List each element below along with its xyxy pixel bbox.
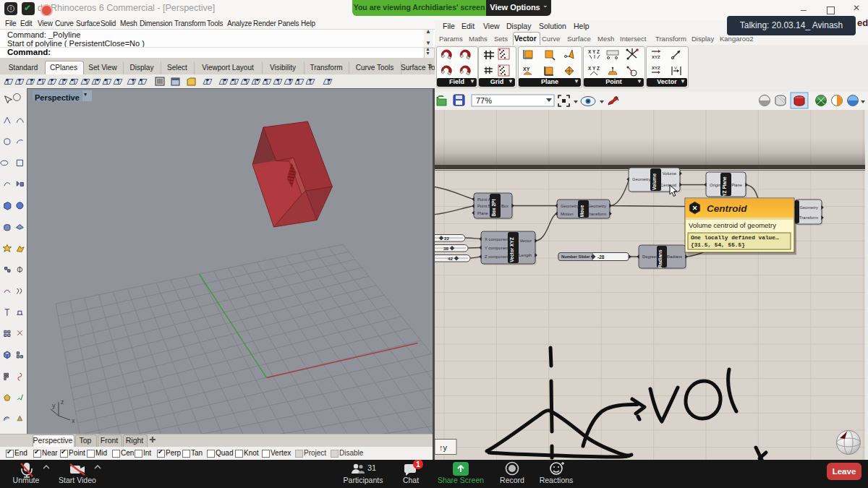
svg-text:77%: 77% — [476, 96, 492, 105]
svg-text:Length: Length — [519, 253, 532, 257]
svg-text:One locally defined value…: One locally defined value… — [691, 235, 779, 241]
svg-text:Participants: Participants — [344, 476, 383, 484]
svg-text:Transform: Transform — [799, 215, 818, 220]
svg-text:Geometry: Geometry — [800, 205, 819, 210]
svg-text:-28: -28 — [597, 254, 605, 260]
svg-text:X Y Z: X Y Z — [588, 66, 600, 71]
svg-text:XY: XY — [523, 67, 530, 72]
svg-text:V: V — [674, 66, 677, 70]
svg-text:XYZ: XYZ — [652, 66, 660, 70]
svg-text:Start Video: Start Video — [59, 476, 96, 484]
svg-text:Move: Move — [579, 205, 584, 217]
svg-text:y: y — [52, 402, 56, 409]
svg-text:Y component: Y component — [485, 246, 509, 250]
svg-text:x: x — [72, 417, 75, 424]
svg-text:Unmute: Unmute — [13, 476, 40, 484]
svg-text:42: 42 — [448, 256, 453, 261]
svg-text:Point A: Point A — [477, 197, 491, 202]
svg-text:Vector: Vector — [520, 239, 532, 243]
svg-text:XYZ: XYZ — [652, 55, 660, 59]
svg-text:{31.5, 54, 55.5}: {31.5, 54, 55.5} — [691, 242, 745, 248]
svg-text:Volume: Volume — [663, 171, 676, 176]
svg-text:Degrees: Degrees — [642, 254, 658, 259]
svg-text:Centroid: Centroid — [660, 183, 676, 187]
svg-text:Plane: Plane — [477, 211, 488, 215]
svg-text:Point B: Point B — [477, 204, 491, 208]
svg-text:✕: ✕ — [692, 205, 698, 212]
svg-text:Z component: Z component — [485, 254, 509, 259]
svg-text:Geometry: Geometry — [632, 177, 651, 181]
svg-text:X Y Z: X Y Z — [588, 49, 600, 54]
svg-text:Number Slider: Number Slider — [561, 254, 590, 259]
svg-text:YZ Plane: YZ Plane — [722, 176, 727, 197]
svg-text:22: 22 — [444, 236, 449, 241]
svg-text:31: 31 — [367, 463, 376, 472]
svg-text:Chat: Chat — [403, 476, 419, 484]
svg-text:Share Screen: Share Screen — [438, 476, 484, 484]
svg-text:Record: Record — [500, 476, 524, 484]
svg-text:Motion: Motion — [561, 212, 573, 216]
svg-text:Box 2Pt: Box 2Pt — [491, 199, 496, 217]
svg-text:Volume centroid of geometry: Volume centroid of geometry — [689, 221, 776, 229]
svg-text:Geometry: Geometry — [588, 204, 607, 208]
svg-text:Radians: Radians — [658, 249, 663, 268]
svg-text:↑y: ↑y — [439, 443, 448, 452]
svg-text:Vector XYZ: Vector XYZ — [509, 237, 514, 262]
svg-text:Box: Box — [501, 204, 509, 208]
svg-text:Centroid: Centroid — [707, 203, 747, 214]
svg-text:z: z — [61, 398, 64, 406]
svg-text:38: 38 — [443, 246, 448, 251]
svg-text:Plane: Plane — [731, 183, 742, 187]
svg-text:Origin: Origin — [710, 183, 720, 187]
svg-text:1: 1 — [416, 461, 420, 468]
svg-text:Reactions: Reactions — [540, 476, 574, 484]
svg-text:Radians: Radians — [667, 254, 682, 259]
svg-text:Geometry: Geometry — [561, 204, 579, 208]
svg-text:X component: X component — [485, 237, 510, 241]
svg-text:Transform: Transform — [587, 212, 606, 216]
svg-text:Volume: Volume — [652, 174, 657, 190]
svg-text:Leave: Leave — [833, 467, 856, 476]
